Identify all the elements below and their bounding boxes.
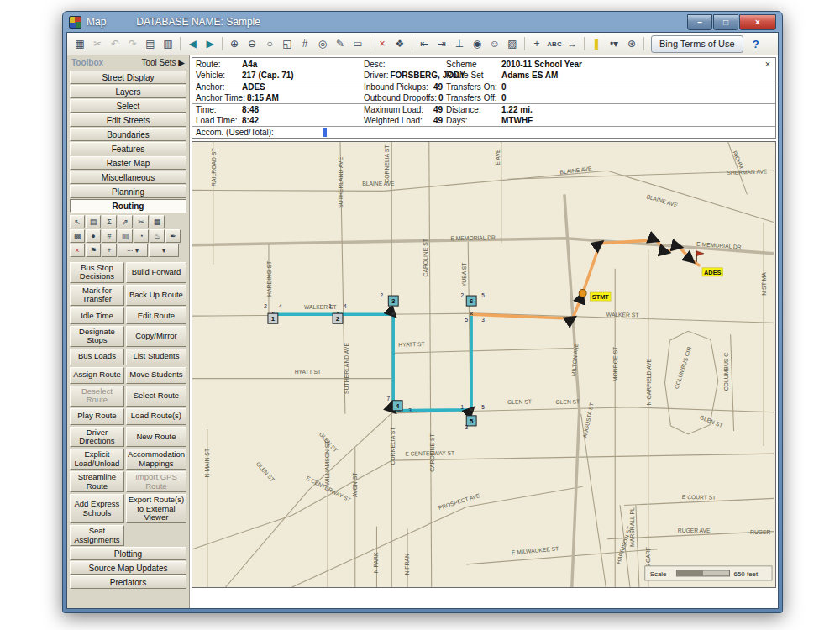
action-back-up-route[interactable]: Back Up Route bbox=[126, 285, 186, 306]
action-deselect-route[interactable]: Deselect Route bbox=[70, 386, 124, 407]
map-area[interactable]: RAILROAD STHARDING STSUTHERLAND AVESUTHE… bbox=[192, 141, 776, 588]
sidebar-section-layers[interactable]: Layers bbox=[70, 85, 186, 98]
action-bus-stop-decisions[interactable]: Bus Stop Decisions bbox=[70, 262, 124, 283]
back-icon[interactable]: ◀ bbox=[184, 35, 201, 52]
grid-icon[interactable]: # bbox=[297, 35, 313, 52]
zoom-in-icon[interactable]: ⊕ bbox=[226, 35, 243, 52]
node-tool-icon[interactable]: •▾ bbox=[606, 35, 622, 52]
action-load-route-s[interactable]: Load Route(s) bbox=[126, 408, 186, 425]
print-icon[interactable]: ▤ bbox=[142, 35, 159, 52]
action-streamline-route[interactable]: Streamline Route bbox=[70, 471, 124, 492]
sidebar-section-planning[interactable]: Planning bbox=[70, 185, 186, 198]
action-idle-time[interactable]: Idle Time bbox=[70, 307, 124, 324]
find-icon[interactable]: ◉ bbox=[469, 35, 486, 52]
redo-icon[interactable]: ↷ bbox=[124, 35, 141, 52]
zoom-window-icon[interactable]: ◱ bbox=[279, 35, 296, 52]
highlight-icon[interactable]: ❚ bbox=[588, 35, 605, 52]
action-explicit-load-unload[interactable]: Explicit Load/Unload bbox=[70, 449, 124, 470]
sum-tool[interactable]: Σ bbox=[102, 215, 117, 228]
help-button[interactable]: ? bbox=[753, 38, 759, 50]
action-export-route-s-to-external-viewer[interactable]: Export Route(s) to External Viewer bbox=[126, 494, 186, 523]
align-left-icon[interactable]: ⇤ bbox=[416, 35, 433, 52]
action-list-students[interactable]: List Students bbox=[126, 349, 186, 365]
number-tool[interactable]: # bbox=[102, 229, 117, 243]
action-play-route[interactable]: Play Route bbox=[70, 408, 124, 425]
time-tool[interactable]: ◔ bbox=[134, 229, 149, 243]
stop-6[interactable]: 6 bbox=[466, 296, 476, 306]
sidebar-section-source-map-updates[interactable]: Source Map Updates bbox=[70, 561, 186, 575]
action-accommodation-mappings[interactable]: Accommodation Mappings bbox=[126, 449, 186, 470]
tool-sets-button[interactable]: Tool Sets ▶ bbox=[141, 58, 185, 67]
students-icon[interactable]: ☺ bbox=[486, 35, 503, 52]
add-stop-tool[interactable]: + bbox=[102, 244, 117, 257]
delete-icon[interactable]: × bbox=[374, 35, 391, 52]
sidebar-section-miscellaneous[interactable]: Miscellaneous bbox=[70, 171, 186, 184]
report-icon[interactable]: ▥ bbox=[160, 35, 176, 52]
action-driver-directions[interactable]: Driver Directions bbox=[70, 427, 124, 448]
sidebar-section-predators[interactable]: Predators bbox=[70, 575, 186, 589]
align-bottom-icon[interactable]: ⊥ bbox=[451, 35, 468, 52]
print-route-tool[interactable]: ▤ bbox=[86, 215, 101, 228]
sidebar-section-raster-map[interactable]: Raster Map bbox=[70, 156, 186, 170]
globe-icon[interactable]: ⊛ bbox=[623, 35, 640, 52]
titlebar[interactable]: Map DATABASE NAME: Sample – □ × bbox=[66, 12, 779, 32]
sidebar-section-routing[interactable]: Routing bbox=[70, 199, 186, 213]
paint-tool[interactable]: ✒ bbox=[165, 229, 181, 243]
draw-icon[interactable]: ✎ bbox=[332, 35, 349, 52]
cut-icon[interactable]: ✂ bbox=[89, 35, 106, 52]
table-tool[interactable]: ▥ bbox=[118, 229, 133, 243]
select-box-icon[interactable]: ▭ bbox=[349, 35, 366, 52]
image-layer-icon[interactable]: ▨ bbox=[504, 35, 521, 52]
sidebar-section-street-display[interactable]: Street Display bbox=[70, 71, 186, 84]
action-mark-for-transfer[interactable]: Mark for Transfer bbox=[70, 285, 124, 306]
stops-palette-dropdown[interactable]: ∙∙∙ ▾ bbox=[118, 244, 148, 257]
stop-1[interactable]: 1 bbox=[268, 313, 278, 323]
info-close-button[interactable]: × bbox=[763, 59, 773, 69]
action-import-gps-route[interactable]: Import GPS Route bbox=[126, 471, 186, 492]
stop-tool[interactable]: ● bbox=[86, 229, 101, 243]
pan-icon[interactable]: ❖ bbox=[391, 35, 408, 52]
undo-icon[interactable]: ↶ bbox=[107, 35, 123, 52]
sidebar-section-edit-streets[interactable]: Edit Streets bbox=[70, 113, 186, 127]
cut-route-tool[interactable]: ✂ bbox=[134, 215, 149, 228]
zoom-tool-icon[interactable]: ○ bbox=[261, 35, 278, 52]
maximize-button[interactable]: □ bbox=[713, 14, 738, 30]
save-route-tool[interactable]: ▦ bbox=[150, 215, 165, 228]
action-assign-route[interactable]: Assign Route bbox=[70, 367, 124, 384]
minimize-button[interactable]: – bbox=[687, 14, 712, 30]
flag-tool[interactable]: ⚑ bbox=[86, 244, 101, 257]
action-build-forward[interactable]: Build Forward bbox=[126, 262, 186, 283]
align-right-icon[interactable]: ⇥ bbox=[433, 35, 450, 52]
action-bus-loads[interactable]: Bus Loads bbox=[70, 349, 124, 365]
overview-icon[interactable]: ◎ bbox=[314, 35, 331, 52]
action-seat-assignments[interactable]: Seat Assignments bbox=[70, 525, 124, 546]
fuel-tool[interactable]: ♨ bbox=[150, 229, 165, 243]
action-copy-mirror[interactable]: Copy/Mirror bbox=[126, 326, 186, 347]
map-svg[interactable]: RAILROAD STHARDING STSUTHERLAND AVESUTHE… bbox=[192, 142, 775, 587]
stop-2[interactable]: 2 bbox=[333, 313, 343, 323]
action-move-students[interactable]: Move Students bbox=[126, 367, 186, 384]
route-direction-tool[interactable]: ⇗ bbox=[118, 215, 133, 228]
stop-3[interactable]: 3 bbox=[388, 296, 398, 306]
stop-4[interactable]: 4 bbox=[392, 401, 402, 411]
action-add-express-schools[interactable]: Add Express Schools bbox=[70, 494, 124, 523]
action-edit-route[interactable]: Edit Route bbox=[126, 307, 186, 324]
delete-stop-tool[interactable]: × bbox=[70, 244, 85, 257]
measure-icon[interactable]: ↔ bbox=[564, 35, 580, 52]
label-abc-icon[interactable]: ABC bbox=[546, 35, 563, 52]
zoom-out-icon[interactable]: ⊖ bbox=[244, 35, 260, 52]
action-designate-stops[interactable]: Designate Stops bbox=[70, 326, 124, 347]
stop-type-dropdown[interactable]: ▾ bbox=[149, 244, 179, 257]
sidebar-section-select[interactable]: Select bbox=[70, 99, 186, 113]
close-button[interactable]: × bbox=[739, 14, 776, 30]
sidebar-section-features[interactable]: Features bbox=[70, 142, 186, 155]
sidebar-section-plotting[interactable]: Plotting bbox=[70, 547, 186, 560]
save-icon[interactable]: ▦ bbox=[71, 35, 88, 52]
select-route-tool[interactable]: ↖ bbox=[70, 215, 85, 228]
sidebar-section-boundaries[interactable]: Boundaries bbox=[70, 128, 186, 141]
crosshair-icon[interactable]: + bbox=[528, 35, 545, 52]
bing-terms-button[interactable]: Bing Terms of Use bbox=[651, 35, 743, 53]
action-select-route[interactable]: Select Route bbox=[126, 386, 186, 407]
action-new-route[interactable]: New Route bbox=[126, 427, 186, 448]
palette-tool[interactable]: ▩ bbox=[70, 229, 85, 243]
